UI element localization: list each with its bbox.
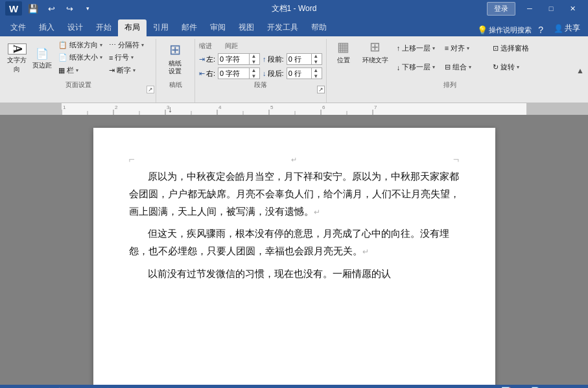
spacing-after-input[interactable]: 0 行 ▲ ▼ (287, 67, 322, 79)
tab-mailings[interactable]: 邮件 (175, 19, 204, 36)
title-bar-left: W 💾 ↩ ↪ ▾ (5, 1, 95, 16)
indent-left-up[interactable]: ▲ (250, 53, 258, 59)
page-orientation-label: 纸张方向 (69, 40, 98, 50)
document-page[interactable]: ⌐ ↵ ⌐ 原以为，中秋夜定会皓月当空，月下祥和安宁。原以为，中秋那天家家都会团… (93, 128, 495, 385)
position-label[interactable]: 位置 (337, 56, 350, 65)
search-box[interactable]: 💡 操作说明搜索 (477, 25, 532, 35)
tab-insert[interactable]: 插入 (32, 19, 61, 36)
group-label: 组合 (453, 62, 467, 72)
breaks-icon: ⋯ (109, 41, 116, 49)
columns-button[interactable]: ▦ 栏 ▾ (56, 64, 105, 77)
tab-home[interactable]: 开始 (89, 19, 118, 36)
spacing-after-up[interactable]: ▲ (312, 67, 320, 73)
page-orientation-button[interactable]: 📋 纸张方向 ▾ (56, 39, 105, 51)
page-size-button[interactable]: 📄 纸张大小 ▾ (56, 51, 105, 64)
group-button[interactable]: ⊟ 组合 ▾ (442, 61, 488, 73)
spacing-before-spinners[interactable]: ▲ ▼ (311, 53, 320, 65)
svg-text:7: 7 (374, 104, 377, 110)
quick-undo-button[interactable]: ↩ (44, 1, 58, 16)
indent-left-down[interactable]: ▼ (250, 59, 258, 65)
indent-right-value: 0 字符 (220, 69, 249, 79)
quick-save-button[interactable]: 💾 (26, 1, 40, 16)
text-direction-label: 文字方向 (6, 56, 27, 74)
share-button[interactable]: 👤 共享 (550, 21, 584, 35)
spacing-before-input[interactable]: 0 行 ▲ ▼ (287, 53, 322, 65)
indent-spacing-headers: 缩进 间距 (199, 42, 238, 51)
line-numbers-button[interactable]: ≡ 行号 ▾ (106, 51, 152, 64)
share-icon: 👤 (554, 24, 563, 33)
align-icon: ≡ (445, 44, 449, 52)
arrange-content: ▦ 位置 ⊞ 环绕文字 ↑ 上移一层 ▾ ↓ 下移一层 ▾ (331, 39, 570, 79)
indent-left-input[interactable]: 0 字符 ▲ ▼ (218, 53, 260, 65)
tab-layout[interactable]: 布局 (118, 19, 147, 36)
indent-right-input[interactable]: 0 字符 ▲ ▼ (218, 67, 260, 79)
quick-menu-button[interactable]: ▾ (80, 1, 95, 16)
bring-forward-button[interactable]: ↑ 上移一层 ▾ (394, 42, 440, 55)
tab-review[interactable]: 审阅 (204, 19, 232, 36)
hyphenation-button[interactable]: ⇥ 断字 ▾ (106, 64, 152, 77)
page-setup-expand-button[interactable]: ↗ (147, 86, 154, 93)
spacing-after-down[interactable]: ▼ (312, 73, 320, 79)
spacing-before-down[interactable]: ▼ (312, 59, 320, 65)
send-backward-button[interactable]: ↓ 下移一层 ▾ (394, 61, 440, 73)
page-orientation-icon: 📋 (58, 41, 67, 49)
tab-help[interactable]: 帮助 (305, 19, 333, 36)
manuscript-setup-button[interactable]: ⊞ 稿纸设置 (160, 39, 190, 77)
ribbon-collapse-button[interactable]: ▲ (574, 39, 587, 103)
enter-mark-1: ↵ (314, 208, 320, 217)
rotate-label: 旋转 (500, 62, 515, 72)
tab-references[interactable]: 引用 (147, 19, 175, 36)
spacing-after-icon: ↓ (263, 69, 266, 77)
paragraph-2[interactable]: 但这天，疾风骤雨，根本没有停的意思，月亮成了心中的向往。没有埋怨，也不必埋怨，只… (129, 225, 460, 260)
cursor-position-indicator: ↓ (168, 103, 172, 115)
page-content[interactable]: 原以为，中秋夜定会皓月当空，月下祥和安宁。原以为，中秋那天家家都会团圆，户户都无… (129, 168, 460, 283)
quick-redo-button[interactable]: ↪ (62, 1, 76, 16)
tab-view[interactable]: 视图 (232, 19, 261, 36)
window-minimize-button[interactable]: ─ (519, 2, 540, 15)
rotate-icon: ↻ (493, 63, 499, 71)
ribbon-tabs: 文件 插入 设计 开始 布局 引用 邮件 审阅 视图 开发工具 帮助 💡 操作说… (0, 17, 588, 36)
paragraph-3[interactable]: 以前没有过节发微信的习惯，现在也没有。一厢情愿的认 (129, 265, 460, 283)
text-wrap-label[interactable]: 环绕文字 (362, 56, 388, 65)
help-button[interactable]: ? (535, 25, 546, 35)
hyphenation-label: 断字 (117, 66, 131, 75)
indent-left-spinners[interactable]: ▲ ▼ (249, 53, 258, 65)
tab-design[interactable]: 设计 (61, 19, 89, 36)
selection-pane-icon: ⊡ (493, 44, 499, 53)
bring-forward-icon: ↑ (397, 44, 401, 52)
spacing-before-up[interactable]: ▲ (312, 53, 320, 59)
indent-right-down[interactable]: ▼ (250, 73, 258, 79)
word-logo-icon: W (5, 1, 22, 16)
indent-right-spinners[interactable]: ▲ ▼ (249, 67, 258, 79)
enter-mark-2: ↵ (362, 247, 369, 256)
indent-right-up[interactable]: ▲ (250, 67, 258, 73)
line-numbers-label: 行号 (115, 53, 129, 62)
text-direction-button[interactable]: A 文字方向 (5, 39, 29, 77)
align-button[interactable]: ≡ 对齐 ▾ (442, 42, 488, 55)
indent-left-value: 0 字符 (220, 55, 249, 64)
margins-button[interactable]: 📄 页边距 (30, 39, 54, 77)
hyphenation-icon: ⇥ (109, 66, 115, 75)
window-maximize-button[interactable]: □ (541, 2, 561, 15)
send-backward-label: 下移一层 (402, 62, 430, 72)
tab-file[interactable]: 文件 (4, 19, 32, 36)
paragraph-expand-button[interactable]: ↗ (317, 86, 325, 93)
spacing-after-value: 0 行 (288, 69, 311, 79)
login-button[interactable]: 登录 (487, 2, 515, 16)
ribbon-group-arrange: ▦ 位置 ⊞ 环绕文字 ↑ 上移一层 ▾ ↓ 下移一层 ▾ (327, 39, 574, 103)
spacing-after-spinners[interactable]: ▲ ▼ (311, 67, 320, 79)
document-area[interactable]: ⌐ ↵ ⌐ 原以为，中秋夜定会皓月当空，月下祥和安宁。原以为，中秋那天家家都会团… (0, 115, 588, 385)
rotate-button[interactable]: ↻ 旋转 ▾ (490, 61, 535, 73)
page-size-icon: 📄 (58, 53, 67, 62)
breaks-button[interactable]: ⋯ 分隔符 ▾ (106, 39, 152, 51)
paragraph-1[interactable]: 原以为，中秋夜定会皓月当空，月下祥和安宁。原以为，中秋那天家家都会团圆，户户都无… (129, 168, 460, 220)
corner-top-left: ⌐ (129, 154, 135, 165)
selection-pane-button[interactable]: ⊡ 选择窗格 (490, 42, 535, 55)
group-icon: ⊟ (445, 63, 451, 71)
tab-developer[interactable]: 开发工具 (261, 19, 305, 36)
ruler-margin-left (0, 103, 62, 115)
indent-left-arrow-icon: ⇥ (199, 55, 205, 64)
window-close-button[interactable]: ✕ (562, 2, 583, 15)
svg-text:5: 5 (270, 104, 274, 110)
ruler-margin-right (526, 103, 588, 115)
